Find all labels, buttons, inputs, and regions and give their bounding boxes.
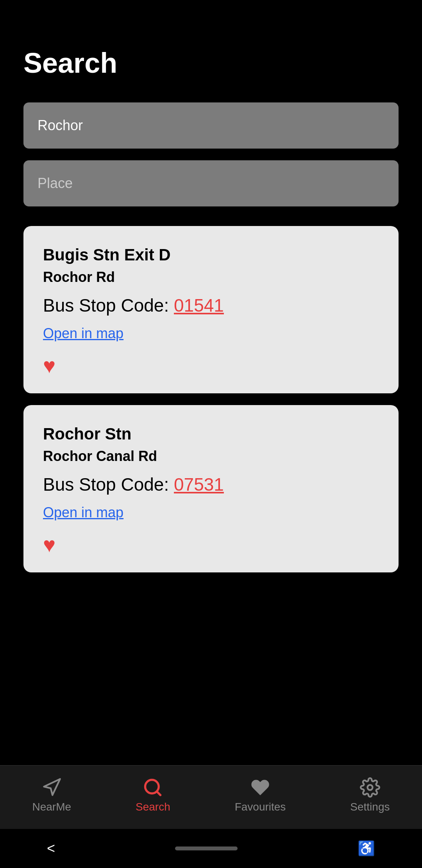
result-card-1: Bugis Stn Exit D Rochor Rd Bus Stop Code… [23,226,399,393]
nearme-icon [41,777,62,798]
page-title: Search [23,47,399,79]
stop-name-2: Rochor Stn [43,425,379,443]
system-home-button[interactable] [175,846,238,850]
settings-icon [360,777,380,798]
favourite-icon-2[interactable]: ♥ [43,533,55,556]
nav-item-favourites[interactable]: Favourites [227,773,294,817]
bus-stop-code-label-2: Bus Stop Code: [43,474,174,495]
svg-marker-0 [44,779,60,795]
search-filter-input[interactable] [23,160,399,206]
heart-icon [250,777,270,798]
result-card-2: Rochor Stn Rochor Canal Rd Bus Stop Code… [23,405,399,572]
nav-label-favourites: Favourites [235,801,286,813]
svg-point-3 [367,785,372,790]
nav-item-search[interactable]: Search [128,773,178,817]
bottom-nav: NearMe Search Favourites Settings [0,765,422,829]
nav-item-nearme[interactable]: NearMe [24,773,79,817]
open-in-map-link-2[interactable]: Open in map [43,504,379,521]
bus-stop-code-label-1: Bus Stop Code: [43,295,174,316]
bus-stop-code-row-2: Bus Stop Code: 07531 [43,474,379,495]
open-in-map-link-1[interactable]: Open in map [43,325,379,342]
road-name-2: Rochor Canal Rd [43,448,379,464]
nav-label-nearme: NearMe [32,801,71,813]
bus-stop-code-row-1: Bus Stop Code: 01541 [43,295,379,316]
nav-label-settings: Settings [350,801,390,813]
favourite-icon-1[interactable]: ♥ [43,354,55,377]
search-query-input[interactable] [23,102,399,149]
nav-label-search: Search [136,801,170,813]
results-list: Bugis Stn Exit D Rochor Rd Bus Stop Code… [23,226,399,572]
bus-stop-code-link-1[interactable]: 01541 [174,295,224,316]
system-nav: < ♿ [0,829,422,868]
search-icon [143,777,163,798]
system-accessibility-button[interactable]: ♿ [350,836,383,861]
system-back-button[interactable]: < [39,836,63,861]
main-content: Search Bugis Stn Exit D Rochor Rd Bus St… [0,0,422,765]
bus-stop-code-link-2[interactable]: 07531 [174,474,224,495]
svg-line-2 [157,791,160,795]
stop-name-1: Bugis Stn Exit D [43,246,379,264]
road-name-1: Rochor Rd [43,269,379,285]
nav-item-settings[interactable]: Settings [342,773,397,817]
